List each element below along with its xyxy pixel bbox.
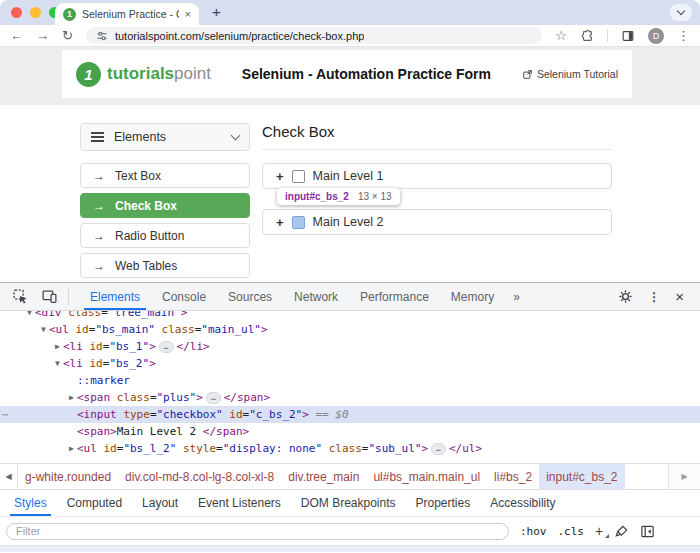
dom-token: =	[150, 408, 157, 421]
side-panel-icon[interactable]	[621, 29, 635, 43]
sidebar-item-text-box[interactable]: →Text Box	[80, 163, 250, 188]
inspect-tooltip: input#c_bs_213 × 13	[277, 188, 400, 205]
disclosure-arrow-icon[interactable]: ▶	[52, 338, 63, 355]
toggle-sidebar-icon[interactable]	[640, 524, 655, 539]
settings-gear-icon[interactable]	[618, 289, 633, 304]
tab-close-icon[interactable]: ×	[185, 9, 191, 20]
dom-token: id	[90, 357, 103, 370]
new-style-rule-button[interactable]: +	[595, 524, 603, 538]
extensions-icon[interactable]	[580, 29, 594, 43]
disclosure-arrow-icon[interactable]: ▶	[66, 389, 77, 406]
checkbox-input[interactable]	[292, 216, 305, 229]
toggle-element-state-button[interactable]: :hov	[520, 525, 547, 538]
reload-button[interactable]: ↻	[62, 29, 73, 42]
elements-accordion-header[interactable]: Elements	[80, 123, 250, 151]
minimize-window-button[interactable]	[30, 7, 41, 18]
inspect-element-icon[interactable]	[6, 283, 35, 310]
expand-plus-button[interactable]: +	[276, 169, 284, 184]
rendering-brush-icon[interactable]	[614, 524, 629, 539]
device-toolbar-icon[interactable]	[35, 283, 64, 310]
browser-menu-icon[interactable]: ⋮	[677, 29, 690, 42]
title-divider	[262, 149, 612, 150]
devtools-tab-sources[interactable]: Sources	[217, 283, 283, 310]
tab-search-chevron-button[interactable]	[670, 4, 692, 21]
dom-tree-row[interactable]: ▶<span class="plus">…</span>	[0, 389, 700, 406]
devtools-tab-performance[interactable]: Performance	[349, 283, 440, 310]
disclosure-arrow-icon[interactable]: ▼	[24, 311, 35, 321]
dom-tree-row[interactable]: ▶<li id="bs_1">…</li>	[0, 338, 700, 355]
collapsed-ellipsis-button[interactable]: …	[159, 341, 174, 353]
collapsed-ellipsis-button[interactable]: …	[431, 443, 446, 455]
dom-token: </span>	[224, 391, 270, 404]
dom-token: class	[117, 391, 150, 404]
profile-avatar[interactable]: D	[648, 28, 664, 44]
styles-tab-event-listeners[interactable]: Event Listeners	[188, 490, 291, 516]
selenium-tutorial-label: Selenium Tutorial	[537, 68, 618, 80]
styles-tab-styles[interactable]: Styles	[4, 490, 57, 516]
logo-text-green: tutorials	[107, 64, 174, 83]
arrow-right-icon: →	[93, 259, 105, 273]
row-menu-icon[interactable]: ⋯	[2, 406, 9, 423]
more-panels-button[interactable]: »	[505, 283, 528, 310]
devtools-panel: ElementsConsoleSourcesNetworkPerformance…	[0, 282, 700, 552]
close-window-button[interactable]	[11, 7, 22, 18]
devtools-tab-network[interactable]: Network	[283, 283, 349, 310]
dom-token: </ul>	[449, 442, 482, 455]
breadcrumb-item[interactable]: input#c_bs_2	[539, 464, 624, 489]
tutorialspoint-logo[interactable]: 1 tutorialspoint	[76, 62, 211, 87]
back-button[interactable]: ←	[10, 29, 23, 42]
breadcrumb-item[interactable]: ul#bs_main.main_ul	[366, 464, 487, 489]
dom-tree-row[interactable]: ::marker	[0, 372, 700, 389]
address-bar[interactable]: tutorialspoint.com/selenium/practice/che…	[86, 27, 542, 44]
dom-tree-row[interactable]: ▼<div class="tree_main">	[0, 311, 700, 321]
disclosure-arrow-icon[interactable]: ▶	[66, 440, 77, 457]
browser-tab[interactable]: 1 Selenium Practice - Check Box ×	[55, 3, 199, 25]
dom-token: "display: none"	[223, 442, 322, 455]
breadcrumb-item[interactable]: g-white.rounded	[18, 464, 118, 489]
collapsed-ellipsis-button[interactable]: …	[206, 392, 221, 404]
styles-tab-dom-breakpoints[interactable]: DOM Breakpoints	[291, 490, 406, 516]
devtools-tab-elements[interactable]: Elements	[79, 283, 151, 310]
dom-tree-row[interactable]: <span>Main Level 2 </span>	[0, 423, 700, 440]
dom-token: =	[150, 391, 157, 404]
arrow-right-icon: →	[93, 169, 105, 183]
styles-tab-layout[interactable]: Layout	[132, 490, 188, 516]
dom-tree-row[interactable]: ⋯<input type="checkbox" id="c_bs_2"> == …	[0, 406, 700, 423]
devtools-close-icon[interactable]: ×	[675, 289, 684, 304]
breadcrumb-item[interactable]: div.col-md-8.col-lg-8.col-xl-8	[118, 464, 281, 489]
tooltip-dimensions: 13 × 13	[358, 191, 392, 202]
devtools-menu-icon[interactable]: ⋮	[648, 290, 660, 304]
expand-plus-button[interactable]: +	[276, 215, 284, 230]
selenium-tutorial-link[interactable]: Selenium Tutorial	[522, 68, 618, 80]
new-tab-button[interactable]: +	[212, 3, 221, 20]
styles-tab-accessibility[interactable]: Accessibility	[480, 490, 565, 516]
dom-token: </li>	[177, 340, 210, 353]
styles-filter-input[interactable]	[6, 523, 509, 540]
sidebar-item-web-tables[interactable]: →Web Tables	[80, 253, 250, 278]
devtools-tab-console[interactable]: Console	[151, 283, 217, 310]
disclosure-arrow-icon[interactable]: ▼	[38, 321, 49, 338]
checkbox-input[interactable]	[292, 170, 305, 183]
forward-button[interactable]: →	[36, 29, 49, 42]
dom-token: type	[123, 408, 150, 421]
disclosure-arrow-icon[interactable]: ▼	[52, 355, 63, 372]
bookmark-star-icon[interactable]: ☆	[555, 29, 567, 42]
dom-tree-row[interactable]: ▼<li id="bs_2">	[0, 355, 700, 372]
toolbar-right-icons: ☆ D ⋮	[555, 28, 690, 44]
dom-tree-row[interactable]: ▼<ul id="bs_main" class="main_ul">	[0, 321, 700, 338]
sidebar-item-check-box[interactable]: →Check Box	[80, 193, 250, 218]
breadcrumb-scroll-left-button[interactable]: ◀	[0, 464, 18, 489]
sidebar-item-radio-button[interactable]: →Radio Button	[80, 223, 250, 248]
dom-token: "c_bs_2"	[249, 408, 302, 421]
breadcrumb-item[interactable]: li#bs_2	[487, 464, 539, 489]
styles-tab-properties[interactable]: Properties	[406, 490, 481, 516]
breadcrumb-item[interactable]: div.tree_main	[281, 464, 366, 489]
dom-tree-row[interactable]: ▶<ul id="bs_l_2" style="display: none" c…	[0, 440, 700, 457]
element-classes-button[interactable]: .cls	[558, 525, 585, 538]
devtools-tab-memory[interactable]: Memory	[440, 283, 505, 310]
site-settings-icon[interactable]	[96, 30, 108, 42]
dom-token: =	[216, 442, 223, 455]
breadcrumb-scroll-right-button[interactable]: ▶	[668, 464, 700, 489]
dom-token: >	[181, 311, 188, 319]
styles-tab-computed[interactable]: Computed	[57, 490, 132, 516]
